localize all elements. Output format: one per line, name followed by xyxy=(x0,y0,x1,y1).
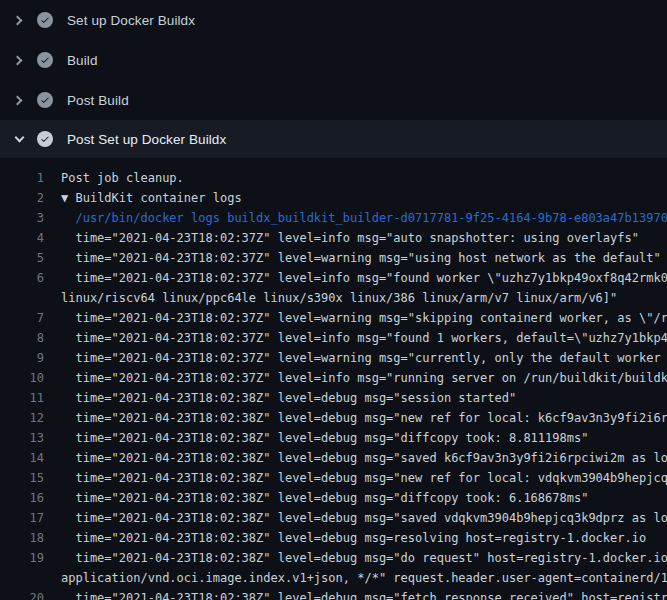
log-line-number[interactable]: 3 xyxy=(0,208,44,228)
log-line-number[interactable]: 11 xyxy=(0,388,44,408)
log-line-number[interactable]: 2 xyxy=(0,188,44,208)
log-line-number[interactable]: 5 xyxy=(0,248,44,268)
log-line-number[interactable]: 18 xyxy=(0,528,44,548)
log-text: time="2021-04-23T18:02:38Z" level=debug … xyxy=(61,508,667,528)
chevron-right-icon[interactable] xyxy=(10,51,28,69)
log-lines: 1Post job cleanup.2▼ BuildKit container … xyxy=(0,168,667,600)
log-line: 8 time="2021-04-23T18:02:37Z" level=info… xyxy=(0,328,667,348)
log-text: time="2021-04-23T18:02:38Z" level=debug … xyxy=(61,448,667,468)
log-line-number[interactable]: 14 xyxy=(0,448,44,468)
check-circle-icon xyxy=(37,131,53,147)
log-line-number[interactable]: 4 xyxy=(0,228,44,248)
log-line-number[interactable]: 1 xyxy=(0,168,44,188)
log-line: 5 time="2021-04-23T18:02:37Z" level=warn… xyxy=(0,248,667,268)
log-text: time="2021-04-23T18:02:37Z" level=info m… xyxy=(61,328,667,348)
log-line: 14 time="2021-04-23T18:02:38Z" level=deb… xyxy=(0,448,667,468)
log-area: 1Post job cleanup.2▼ BuildKit container … xyxy=(0,158,667,600)
log-line: 2▼ BuildKit container logs xyxy=(0,188,667,208)
log-text: time="2021-04-23T18:02:38Z" level=debug … xyxy=(61,488,667,508)
log-line: 17 time="2021-04-23T18:02:38Z" level=deb… xyxy=(0,508,667,528)
step-label: Build xyxy=(67,53,98,68)
step-row-post-set-up-docker-buildx[interactable]: Post Set up Docker Buildx xyxy=(0,120,667,158)
log-text: time="2021-04-23T18:02:37Z" level=info m… xyxy=(61,268,667,308)
log-text: time="2021-04-23T18:02:37Z" level=info m… xyxy=(61,368,667,388)
chevron-right-icon[interactable] xyxy=(10,11,28,29)
log-text: time="2021-04-23T18:02:37Z" level=warnin… xyxy=(61,348,667,368)
log-line: 15 time="2021-04-23T18:02:38Z" level=deb… xyxy=(0,468,667,488)
log-line-number[interactable]: 12 xyxy=(0,408,44,428)
log-line: 18 time="2021-04-23T18:02:38Z" level=deb… xyxy=(0,528,667,548)
log-line: 9 time="2021-04-23T18:02:37Z" level=warn… xyxy=(0,348,667,368)
step-row-set-up-docker-buildx[interactable]: Set up Docker Buildx xyxy=(0,0,667,40)
step-row-build[interactable]: Build xyxy=(0,40,667,80)
log-line: 11 time="2021-04-23T18:02:38Z" level=deb… xyxy=(0,388,667,408)
log-line: 12 time="2021-04-23T18:02:38Z" level=deb… xyxy=(0,408,667,428)
log-line-number[interactable]: 13 xyxy=(0,428,44,448)
log-text: ▼ BuildKit container logs xyxy=(61,188,667,208)
log-line-number[interactable]: 17 xyxy=(0,508,44,528)
log-line-number[interactable]: 15 xyxy=(0,468,44,488)
log-line-number[interactable]: 9 xyxy=(0,348,44,368)
log-text: time="2021-04-23T18:02:37Z" level=warnin… xyxy=(61,308,667,328)
log-command-text: /usr/bin/docker logs buildx_buildkit_bui… xyxy=(61,208,667,228)
log-line: 16 time="2021-04-23T18:02:38Z" level=deb… xyxy=(0,488,667,508)
log-line: 13 time="2021-04-23T18:02:38Z" level=deb… xyxy=(0,428,667,448)
log-line: 6 time="2021-04-23T18:02:37Z" level=info… xyxy=(0,268,667,308)
log-line: 19 time="2021-04-23T18:02:38Z" level=deb… xyxy=(0,548,667,588)
log-line-number[interactable]: 8 xyxy=(0,328,44,348)
step-label: Set up Docker Buildx xyxy=(67,13,195,28)
log-text: time="2021-04-23T18:02:37Z" level=warnin… xyxy=(61,248,667,268)
log-line-number[interactable]: 7 xyxy=(0,308,44,328)
step-row-post-build[interactable]: Post Build xyxy=(0,80,667,120)
step-label: Post Set up Docker Buildx xyxy=(67,132,226,147)
log-line: 1Post job cleanup. xyxy=(0,168,667,188)
log-line: 3 /usr/bin/docker logs buildx_buildkit_b… xyxy=(0,208,667,228)
log-line-number[interactable]: 10 xyxy=(0,368,44,388)
check-circle-icon xyxy=(37,52,53,68)
log-line-number[interactable]: 16 xyxy=(0,488,44,508)
chevron-right-icon[interactable] xyxy=(10,91,28,109)
chevron-down-icon[interactable] xyxy=(10,130,28,148)
step-label: Post Build xyxy=(67,93,129,108)
log-text: time="2021-04-23T18:02:38Z" level=debug … xyxy=(61,388,667,408)
log-text: time="2021-04-23T18:02:38Z" level=debug … xyxy=(61,528,667,548)
log-line-number[interactable]: 19 xyxy=(0,548,44,568)
log-text: time="2021-04-23T18:02:38Z" level=debug … xyxy=(61,408,667,428)
log-line-number[interactable]: 20 xyxy=(0,588,44,600)
steps-list: Set up Docker Buildx Build Post Build Po… xyxy=(0,0,667,158)
log-text: time="2021-04-23T18:02:38Z" level=debug … xyxy=(61,588,667,600)
log-line: 10 time="2021-04-23T18:02:37Z" level=inf… xyxy=(0,368,667,388)
log-line: 4 time="2021-04-23T18:02:37Z" level=info… xyxy=(0,228,667,248)
check-circle-icon xyxy=(37,12,53,28)
log-line-number[interactable]: 6 xyxy=(0,268,44,288)
log-text: time="2021-04-23T18:02:38Z" level=debug … xyxy=(61,548,667,588)
log-text: time="2021-04-23T18:02:37Z" level=info m… xyxy=(61,228,667,248)
log-group-triangle-icon[interactable]: ▼ xyxy=(61,191,75,205)
log-line: 7 time="2021-04-23T18:02:37Z" level=warn… xyxy=(0,308,667,328)
log-line: 20 time="2021-04-23T18:02:38Z" level=deb… xyxy=(0,588,667,600)
log-text: time="2021-04-23T18:02:38Z" level=debug … xyxy=(61,428,667,448)
check-circle-icon xyxy=(37,92,53,108)
log-text: time="2021-04-23T18:02:38Z" level=debug … xyxy=(61,468,667,488)
log-text: Post job cleanup. xyxy=(61,168,667,188)
